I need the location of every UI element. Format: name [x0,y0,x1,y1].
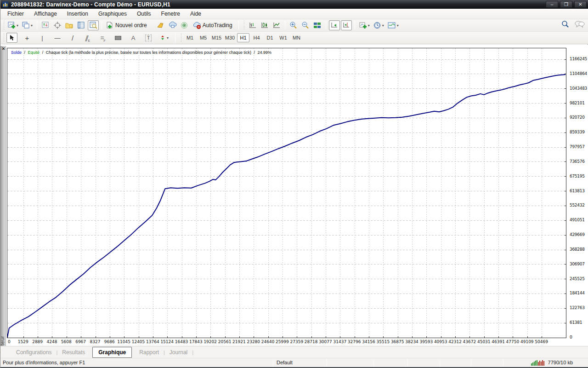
x-tick-label: 28718 [305,339,318,344]
templates-button[interactable]: ▾ [386,20,400,30]
zoom-out-button[interactable] [300,20,311,30]
x-tick-label: 32796 [348,339,361,344]
search-icon[interactable] [561,20,569,28]
x-tick-label: 1529 [18,339,28,344]
menu-outils[interactable]: Outils [132,9,156,18]
timeframe-m15-button[interactable]: M15 [210,33,223,42]
toolbar-drag-handle[interactable] [3,21,5,30]
new-chart-button[interactable]: ▾ [6,20,20,30]
y-tick-label: 736576 [570,159,585,164]
menu-insertion[interactable]: Insertion [62,9,93,18]
crosshair-tool-button[interactable]: + [22,33,33,43]
candlestick-button[interactable] [259,20,270,30]
menu-fichier[interactable]: Fichier [2,9,29,18]
tab-configurations[interactable]: Configurations [11,348,56,357]
y-tick-label: 675195 [570,174,585,178]
timeframe-h1-button[interactable]: H1 [237,33,249,42]
comments-icon[interactable] [575,20,585,28]
equidistant-channel-button[interactable]: ∥ E [82,33,93,43]
chevron-down-icon[interactable]: ▾ [382,23,384,28]
toolbar-drag-handle[interactable] [3,33,5,42]
status-profile[interactable]: Default [277,360,293,365]
rectangle-button[interactable] [113,33,124,43]
close-button[interactable]: ✕ [574,1,587,8]
x-tick-label: 11045 [117,339,130,344]
app-icon [2,1,8,7]
arrows-tool-button[interactable]: ▾ [158,33,170,43]
fibonacci-button[interactable]: ≡ F [97,33,108,43]
tester-close-icon[interactable]: ✕ [1,46,6,52]
new-chart-icon [8,22,16,29]
timeframe-m1-button[interactable]: M1 [184,33,196,42]
tile-windows-button[interactable] [312,20,323,30]
cursor-button[interactable] [6,33,17,43]
bar-chart-button[interactable] [247,20,258,30]
tester-graph-plot[interactable]: Solde / Equité / Chaque tick (la méthode… [7,48,566,338]
x-tick-label: 12405 [132,339,145,344]
horizontal-line-button[interactable]: — [52,33,63,43]
indicators-button[interactable]: ▾ [358,20,371,30]
toolbar-drag-handle[interactable] [180,33,182,42]
auto-scroll-button[interactable] [329,20,340,30]
chart-shift-button[interactable] [341,20,352,30]
application-window: 2088941832: Darwinex-Demo - Compte Démo … [0,0,588,368]
timeframe-d1-button[interactable]: D1 [264,33,276,42]
toolbar-separator [285,21,285,30]
tab-rapport[interactable]: Rapport [135,348,164,357]
metaeditor-button[interactable] [155,20,166,30]
minimize-button[interactable]: – [546,1,558,8]
tab-graphique[interactable]: Graphique [92,347,132,358]
new-order-button[interactable]: Nouvel ordre [105,20,150,30]
x-tick-label: 19202 [204,339,217,344]
timeframe-h4-button[interactable]: H4 [250,33,263,42]
tab-journal[interactable]: Journal [165,348,192,357]
strategy-tester-panel: ✕ Testeur Solde / Equité / Chaque tick (… [0,45,588,358]
line-chart-button[interactable] [271,20,282,30]
chevron-down-icon[interactable]: ▾ [368,23,370,28]
trendline-button[interactable]: / [67,33,78,43]
menu-fenetre[interactable]: Fenetre [156,9,185,18]
market-watch-button[interactable] [76,20,87,30]
x-tick-label: 40953 [434,339,447,344]
tick-chart-button[interactable] [40,20,51,30]
timeframe-w1-button[interactable]: W1 [277,33,289,42]
chevron-down-icon[interactable]: ▾ [17,23,18,28]
autotrading-button[interactable]: AutoTrading [191,20,236,30]
timeframe-m5-button[interactable]: M5 [197,33,209,42]
terminal-button[interactable] [167,20,178,30]
channel-e-glyph: E [88,39,90,42]
x-tick-label: 6967 [75,339,86,344]
chevron-down-icon[interactable]: ▾ [31,23,33,28]
alerts-button[interactable] [179,20,190,30]
data-window-button[interactable] [88,20,99,30]
x-tick-label: 34156 [362,339,375,344]
tick-chart-icon [42,22,49,29]
text-button[interactable]: A [128,33,139,43]
x-tick-label: 2889 [32,339,43,344]
market-watch-icon [78,22,85,29]
x-tick-label: 36875 [391,339,404,344]
toolbar-drag-handle[interactable] [243,21,245,30]
chart-legend: Solde / Equité / Chaque tick (la méthode… [11,50,271,55]
x-tick-label: 24640 [261,339,275,344]
status-bar: Pour plus d'informations, appuyer F1 Def… [0,358,588,367]
menu-aide[interactable]: Aide [185,9,206,18]
favorites-folder-icon [65,22,74,29]
menu-affichage[interactable]: Affichage [29,9,62,18]
profiles-button[interactable]: ▾ [21,20,34,30]
text-icon: A [131,34,136,41]
text-label-button[interactable]: T [143,33,154,43]
zoom-in-button[interactable] [288,20,299,30]
favorites-button[interactable] [64,20,75,30]
restore-button[interactable]: ❐ [560,1,572,8]
timeframe-m30-button[interactable]: M30 [224,33,236,42]
periods-button[interactable]: ▾ [372,20,385,30]
timeframe-mn-button[interactable]: MN [290,33,303,42]
chevron-down-icon[interactable]: ▾ [167,36,169,40]
chevron-down-icon[interactable]: ▾ [397,23,399,28]
vertical-line-button[interactable]: | [37,33,48,43]
menu-graphiques[interactable]: Graphiques [93,9,132,18]
y-tick-label: 797957 [570,144,585,149]
tab-resultats[interactable]: Resultats [57,348,90,357]
crosshair-button[interactable] [52,20,63,30]
